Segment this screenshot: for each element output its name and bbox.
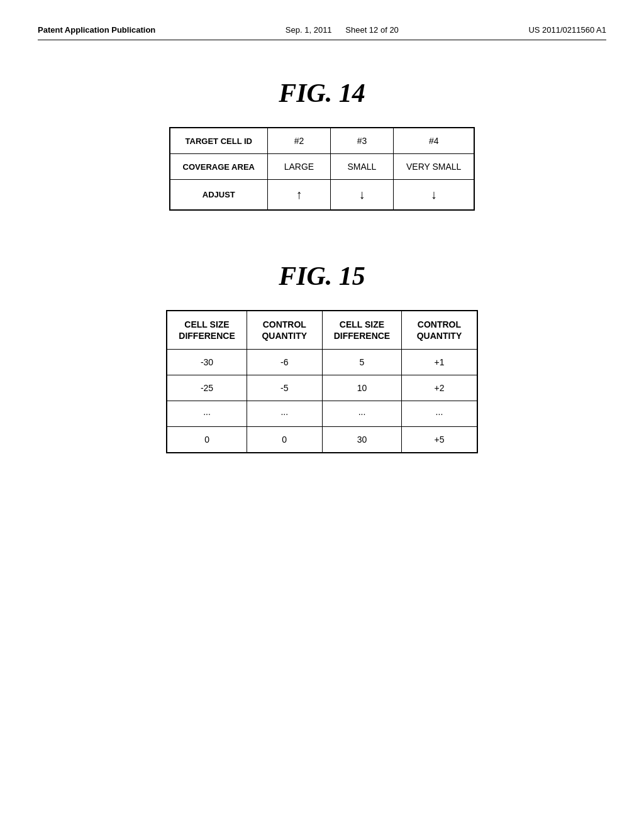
table-row: ADJUST ↑ ↓ ↓ — [170, 180, 475, 211]
col-header-cell-size-diff-2: CELL SIZEDIFFERENCE — [322, 311, 401, 350]
header-publication-label: Patent Application Publication — [38, 25, 155, 35]
cell-qty-0: 0 — [247, 427, 322, 453]
table-row: ··· ··· ··· ··· — [167, 401, 477, 427]
fig14-table-container: TARGET CELL ID #2 #3 #4 COVERAGE AREA LA… — [38, 127, 606, 211]
fig15-section: FIG. 15 CELL SIZEDIFFERENCE CONTROLQUANT… — [38, 261, 606, 453]
header-date-sheet: Sep. 1, 2011 Sheet 12 of 20 — [286, 25, 399, 35]
cell-ellipsis-2: ··· — [247, 401, 322, 427]
cell-diff-neg25: -25 — [167, 375, 247, 401]
fig14-title: FIG. 14 — [38, 78, 606, 108]
table-row: -30 -6 5 +1 — [167, 350, 477, 375]
fig15-table-container: CELL SIZEDIFFERENCE CONTROLQUANTITY CELL… — [38, 310, 606, 453]
fig14-section: FIG. 14 TARGET CELL ID #2 #3 #4 COVERAGE… — [38, 78, 606, 211]
table-header-row: CELL SIZEDIFFERENCE CONTROLQUANTITY CELL… — [167, 311, 477, 350]
table-row: -25 -5 10 +2 — [167, 375, 477, 401]
cell-qty-neg6: -6 — [247, 350, 322, 375]
page: Patent Application Publication Sep. 1, 2… — [0, 0, 644, 830]
cell-qty-neg5: -5 — [247, 375, 322, 401]
page-header: Patent Application Publication Sep. 1, 2… — [38, 25, 606, 40]
cell-ellipsis-4: ··· — [402, 401, 477, 427]
cell-coverage-large: LARGE — [267, 154, 330, 180]
col-header-control-qty-2: CONTROLQUANTITY — [402, 311, 477, 350]
cell-coverage-very-small: VERY SMALL — [393, 154, 474, 180]
col-header-control-qty-1: CONTROLQUANTITY — [247, 311, 322, 350]
cell-target-cell-id-label: TARGET CELL ID — [170, 128, 268, 154]
cell-diff-10: 10 — [322, 375, 401, 401]
cell-id-3: #3 — [330, 128, 393, 154]
cell-diff-neg30: -30 — [167, 350, 247, 375]
table-row: COVERAGE AREA LARGE SMALL VERY SMALL — [170, 154, 475, 180]
cell-ellipsis-1: ··· — [167, 401, 247, 427]
fig15-title: FIG. 15 — [38, 261, 606, 291]
header-date: Sep. 1, 2011 — [286, 25, 332, 35]
fig14-table: TARGET CELL ID #2 #3 #4 COVERAGE AREA LA… — [169, 127, 475, 211]
cell-adjust-label: ADJUST — [170, 180, 268, 211]
cell-adjust-up-2: ↑ — [267, 180, 330, 211]
cell-diff-30: 30 — [322, 427, 401, 453]
cell-ellipsis-3: ··· — [322, 401, 401, 427]
cell-qty-plus5: +5 — [402, 427, 477, 453]
cell-diff-0: 0 — [167, 427, 247, 453]
header-sheet: Sheet 12 of 20 — [345, 25, 399, 35]
cell-adjust-down-4: ↓ — [393, 180, 474, 211]
col-header-cell-size-diff-1: CELL SIZEDIFFERENCE — [167, 311, 247, 350]
cell-coverage-area-label: COVERAGE AREA — [170, 154, 268, 180]
cell-qty-plus1: +1 — [402, 350, 477, 375]
cell-adjust-down-3: ↓ — [330, 180, 393, 211]
table-row: TARGET CELL ID #2 #3 #4 — [170, 128, 475, 154]
cell-id-2: #2 — [267, 128, 330, 154]
cell-coverage-small: SMALL — [330, 154, 393, 180]
cell-qty-plus2: +2 — [402, 375, 477, 401]
cell-diff-5: 5 — [322, 350, 401, 375]
fig15-table: CELL SIZEDIFFERENCE CONTROLQUANTITY CELL… — [166, 310, 477, 453]
cell-id-4: #4 — [393, 128, 474, 154]
header-patent-number: US 2011/0211560 A1 — [528, 25, 606, 35]
table-row: 0 0 30 +5 — [167, 427, 477, 453]
